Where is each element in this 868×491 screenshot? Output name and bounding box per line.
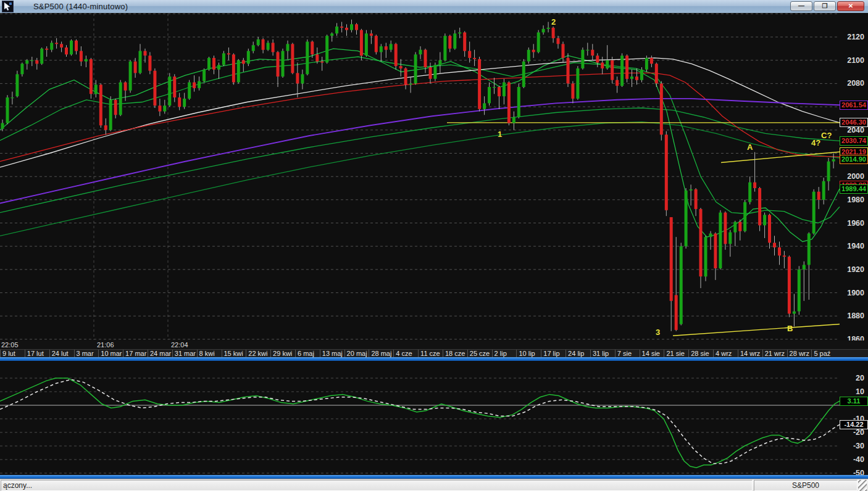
candle xyxy=(635,76,638,80)
candle xyxy=(301,74,304,83)
candle xyxy=(695,189,698,209)
candle xyxy=(788,257,791,313)
candle xyxy=(493,87,496,88)
candle xyxy=(340,27,343,28)
candle xyxy=(227,53,230,54)
candle xyxy=(552,28,555,38)
app-icon xyxy=(2,1,14,12)
candle xyxy=(207,58,211,70)
candle xyxy=(522,62,525,88)
candle xyxy=(793,312,796,314)
candle xyxy=(748,183,751,202)
candle xyxy=(315,54,319,61)
candle xyxy=(65,47,68,54)
candle xyxy=(827,162,830,181)
candle xyxy=(296,73,299,83)
candle xyxy=(104,125,107,130)
candle xyxy=(291,44,294,73)
price-flag: 2061.54 xyxy=(840,101,868,110)
candle xyxy=(567,58,570,83)
candle xyxy=(380,46,383,52)
candle xyxy=(625,56,628,79)
candle xyxy=(99,85,102,125)
candle xyxy=(144,51,147,56)
y-tick-label: 1900 xyxy=(847,289,864,297)
candle xyxy=(360,30,363,56)
y-tick-label: 2100 xyxy=(847,56,864,65)
title-bar[interactable]: S&P500 (1440-minutowo) — ❐ ✕ xyxy=(0,0,868,14)
candle xyxy=(212,58,215,70)
candle xyxy=(168,76,171,105)
candle xyxy=(286,44,290,51)
candle xyxy=(198,81,201,88)
candle xyxy=(807,234,811,265)
candle xyxy=(660,83,663,134)
candle xyxy=(478,59,481,109)
candle xyxy=(55,43,58,44)
candle xyxy=(193,83,196,88)
candle xyxy=(188,83,191,99)
candle xyxy=(463,33,466,51)
restore-button[interactable]: ❐ xyxy=(814,1,836,11)
price-flag: 1989.44 xyxy=(840,184,868,194)
status-symbol: S&P500 xyxy=(754,480,858,491)
candle xyxy=(404,68,407,85)
candle xyxy=(606,60,609,68)
minimize-icon: — xyxy=(798,3,804,9)
candle xyxy=(134,62,137,73)
candle xyxy=(178,97,181,107)
time-axis-row: 22:0521:0622:04 xyxy=(0,340,868,349)
date-axis-row[interactable]: 9 lut17 lut24 lut3 mar10 mar17 mar24 mar… xyxy=(0,349,868,358)
candle xyxy=(365,33,368,56)
candle xyxy=(80,51,83,62)
candle xyxy=(507,83,511,123)
candle xyxy=(596,56,599,62)
candle xyxy=(630,76,633,79)
candle xyxy=(699,209,703,276)
candle xyxy=(385,46,388,50)
candle xyxy=(743,202,746,231)
candle xyxy=(247,51,250,64)
candle xyxy=(714,234,717,269)
candle xyxy=(257,39,260,45)
candle xyxy=(94,85,98,94)
candle xyxy=(409,83,412,85)
candle xyxy=(90,59,93,94)
resize-grip-icon[interactable] xyxy=(858,480,867,491)
candle xyxy=(773,243,776,248)
minimize-button[interactable]: — xyxy=(790,1,812,11)
candle xyxy=(114,100,117,115)
application-window: S&P500 (1440-minutowo) — ❐ ✕ 123ABC?4?21… xyxy=(0,0,868,491)
chart-canvas[interactable]: 123ABC?4?2120210020802060204020202000198… xyxy=(0,13,868,479)
wave-label-1: 1 xyxy=(498,130,502,139)
candle xyxy=(335,27,338,33)
candle xyxy=(611,60,614,80)
close-button[interactable]: ✕ xyxy=(837,1,864,11)
candle xyxy=(158,105,161,111)
price-flag: 2030.74 xyxy=(840,136,868,146)
candle xyxy=(620,56,624,86)
price-flag: 2046.30 xyxy=(840,118,868,127)
window-controls: — ❐ ✕ xyxy=(790,1,864,11)
candle xyxy=(370,33,373,36)
candle xyxy=(503,83,506,97)
candle xyxy=(645,58,648,70)
candle xyxy=(685,191,688,247)
y-tick-label: 1960 xyxy=(847,219,864,228)
candle xyxy=(665,134,668,210)
candle xyxy=(453,33,456,49)
candle xyxy=(571,83,574,99)
candle xyxy=(576,68,579,99)
candle xyxy=(15,74,19,96)
candle xyxy=(183,99,186,107)
candle xyxy=(542,29,545,33)
candle xyxy=(30,60,33,61)
candle xyxy=(330,33,333,36)
candle xyxy=(670,217,673,301)
panel-splitter-top[interactable] xyxy=(0,357,868,361)
time-label: 22:04 xyxy=(171,341,188,349)
candle xyxy=(25,60,28,64)
candle xyxy=(419,50,422,55)
candle xyxy=(473,58,476,59)
candle xyxy=(448,36,451,49)
